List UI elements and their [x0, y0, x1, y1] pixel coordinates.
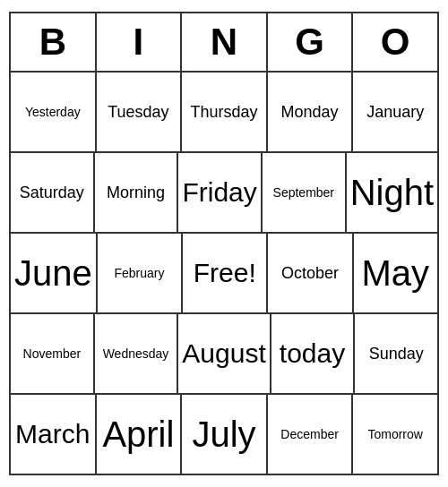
bingo-row: SaturdayMorningFridaySeptemberNight [11, 153, 437, 234]
bingo-cell: December [268, 395, 354, 474]
bingo-row: MarchAprilJulyDecemberTomorrow [11, 395, 437, 474]
header-letter: N [182, 13, 268, 71]
bingo-cell: Tuesday [97, 73, 183, 151]
bingo-row: JuneFebruaryFree!OctoberMay [11, 234, 437, 314]
bingo-body: YesterdayTuesdayThursdayMondayJanuarySat… [11, 73, 437, 474]
bingo-cell: Sunday [355, 314, 437, 393]
bingo-cell: February [98, 234, 183, 312]
bingo-cell: November [11, 314, 95, 393]
bingo-cell: Free! [183, 234, 268, 312]
header-letter: B [11, 13, 97, 71]
bingo-cell: March [11, 395, 97, 474]
bingo-cell: today [271, 314, 356, 393]
bingo-cell: Monday [268, 73, 354, 151]
bingo-cell: April [97, 395, 183, 474]
bingo-cell: July [182, 395, 268, 474]
bingo-cell: Night [347, 153, 437, 232]
bingo-cell: June [11, 234, 98, 312]
header-letter: O [353, 13, 437, 71]
bingo-cell: August [178, 314, 271, 393]
bingo-row: NovemberWednesdayAugusttodaySunday [11, 314, 437, 395]
bingo-cell: Friday [178, 153, 263, 232]
bingo-cell: January [353, 73, 437, 151]
bingo-cell: Saturday [11, 153, 95, 232]
bingo-cell: September [263, 153, 347, 232]
bingo-cell: Tomorrow [353, 395, 437, 474]
bingo-cell: Wednesday [95, 314, 179, 393]
header-letter: G [268, 13, 354, 71]
bingo-cell: May [354, 234, 437, 312]
bingo-cell: Morning [95, 153, 179, 232]
bingo-card: BINGO YesterdayTuesdayThursdayMondayJanu… [9, 12, 439, 475]
bingo-cell: October [268, 234, 353, 312]
bingo-cell: Thursday [182, 73, 268, 151]
bingo-row: YesterdayTuesdayThursdayMondayJanuary [11, 73, 437, 153]
bingo-cell: Yesterday [11, 73, 97, 151]
header-letter: I [97, 13, 183, 71]
bingo-header: BINGO [11, 13, 437, 73]
